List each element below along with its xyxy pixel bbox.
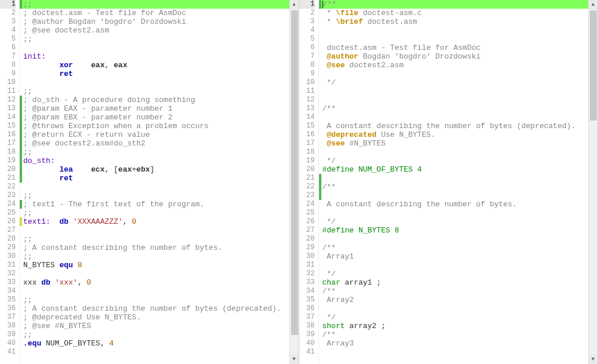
code-line[interactable]: ; @author Bogdan 'bogdro' Drozdowski <box>22 17 289 26</box>
code-line[interactable] <box>321 70 589 78</box>
right-code-area[interactable]: /** * \file doctest-asm.c * \brief docte… <box>321 0 589 364</box>
code-line[interactable]: char array1 ; <box>321 278 589 287</box>
scroll-down-icon[interactable]: ▼ <box>290 355 299 364</box>
code-line[interactable]: init: <box>22 52 289 61</box>
code-line[interactable]: ; @see doctest2.asm#do_sth2 <box>22 139 289 148</box>
code-line[interactable]: ; text1 - The first text of the program. <box>22 200 289 209</box>
code-line[interactable] <box>22 43 289 52</box>
code-line[interactable] <box>321 87 589 96</box>
code-line[interactable]: ; @param EAX - parameter number 1 <box>22 104 289 113</box>
code-line[interactable]: xxx db 'xxx', 0 <box>22 278 289 287</box>
code-line[interactable]: /** <box>321 287 589 296</box>
code-line[interactable]: ;; <box>22 87 289 96</box>
code-line[interactable]: N_BYTES equ 8 <box>22 261 289 270</box>
line-number: 38 <box>299 322 315 330</box>
scroll-down-icon[interactable]: ▼ <box>589 355 597 364</box>
code-line[interactable]: #define NUM_OF_BYTES 4 <box>321 165 589 174</box>
code-line[interactable]: ;; <box>22 330 289 339</box>
code-line[interactable]: @author Bogdan 'bogdro' Drozdowski <box>321 52 589 61</box>
code-line[interactable]: ; A constant describing the number of by… <box>22 304 289 313</box>
code-line[interactable]: @deprecated Use N_BYTES. <box>321 130 589 139</box>
code-line[interactable] <box>321 148 589 156</box>
code-line[interactable]: ; do_sth - A procedure doing something <box>22 96 289 104</box>
code-line[interactable] <box>321 304 589 313</box>
code-line[interactable] <box>321 35 589 43</box>
code-line[interactable] <box>22 348 289 356</box>
line-number: 6 <box>0 43 16 52</box>
code-token <box>73 165 91 174</box>
code-token: #define <box>322 226 354 235</box>
left-scroll-thumb[interactable] <box>291 10 298 335</box>
code-line[interactable] <box>321 261 589 270</box>
code-line[interactable]: ; @see doctest2.asm <box>22 26 289 35</box>
code-line[interactable] <box>22 78 289 87</box>
code-line[interactable]: ;; <box>22 235 289 243</box>
code-line[interactable]: /** <box>321 243 589 252</box>
code-line[interactable]: /** <box>321 0 589 9</box>
code-line[interactable]: */ <box>321 270 589 278</box>
code-line[interactable] <box>22 270 289 278</box>
code-line[interactable]: */ <box>321 78 589 87</box>
line-number: 1 <box>299 0 315 9</box>
code-line[interactable] <box>22 287 289 296</box>
code-line[interactable]: ; doctest.asm - Test file for AsmDoc <box>22 9 289 17</box>
code-line[interactable]: /** <box>321 104 589 113</box>
left-scrollbar[interactable]: ▲ ▼ <box>289 0 299 364</box>
scroll-up-icon[interactable]: ▲ <box>290 0 299 9</box>
code-line[interactable]: ;; <box>22 296 289 304</box>
code-line[interactable]: ret <box>22 70 289 78</box>
code-line[interactable]: ;; <box>22 191 289 200</box>
code-line[interactable]: * \brief doctest.asm <box>321 17 589 26</box>
code-line[interactable]: ;; <box>22 0 289 9</box>
code-line[interactable]: ; A constant describing the number of by… <box>22 243 289 252</box>
code-line[interactable] <box>321 96 589 104</box>
right-scrollbar[interactable]: ▲ ▼ <box>588 0 597 364</box>
code-line[interactable]: text1: db 'XXXAAAZZZ', 0 <box>22 217 289 226</box>
code-line[interactable] <box>321 26 589 35</box>
code-line[interactable]: /** <box>321 183 589 191</box>
code-line[interactable]: ; @throws Exception when a problem occur… <box>22 122 289 130</box>
code-line[interactable]: #define N_BYTES 8 <box>321 226 589 235</box>
code-line[interactable]: .equ NUM_OF_BYTES, 4 <box>22 339 289 348</box>
code-line[interactable]: ; @param EBX - parameter number 2 <box>22 113 289 122</box>
code-line[interactable]: ;; <box>22 252 289 261</box>
code-line[interactable] <box>321 348 589 356</box>
code-line[interactable]: ; @deprecated Use N_BYTES. <box>22 313 289 322</box>
left-code-area[interactable]: ;;; doctest.asm - Test file for AsmDoc; … <box>22 0 289 364</box>
code-token: Array3 <box>322 339 354 348</box>
code-line[interactable]: Array1 <box>321 252 589 261</box>
code-line[interactable]: ;; <box>22 148 289 156</box>
code-line[interactable]: ret <box>22 174 289 183</box>
code-line[interactable]: xor eax, eax <box>22 61 289 70</box>
code-line[interactable]: do_sth: <box>22 156 289 165</box>
code-line[interactable]: ; @see #N_BYTES <box>22 322 289 330</box>
code-line[interactable]: doctest.asm - Test file for AsmDoc <box>321 43 589 52</box>
code-line[interactable]: * \file doctest-asm.c <box>321 9 589 17</box>
code-line[interactable]: */ <box>321 217 589 226</box>
code-line[interactable]: /** <box>321 330 589 339</box>
code-line[interactable]: lea ecx, [eax+ebx] <box>22 165 289 174</box>
line-number: 37 <box>299 313 315 322</box>
code-line[interactable]: Array3 <box>321 339 589 348</box>
code-line[interactable] <box>22 183 289 191</box>
code-line[interactable]: */ <box>321 156 589 165</box>
right-scroll-thumb[interactable] <box>590 10 597 121</box>
code-line[interactable]: Array2 <box>321 296 589 304</box>
code-line[interactable]: A constant describing the number of byte… <box>321 122 589 130</box>
code-line[interactable] <box>321 209 589 217</box>
code-line[interactable]: ;; <box>22 35 289 43</box>
code-line[interactable]: A constant describing the number of byte… <box>321 200 589 209</box>
scroll-up-icon[interactable]: ▲ <box>589 0 597 9</box>
code-line[interactable]: ; @return ECX - return value <box>22 130 289 139</box>
code-line[interactable] <box>321 113 589 122</box>
code-line[interactable] <box>321 191 589 200</box>
code-line[interactable]: @see doctest2.asm <box>321 61 589 70</box>
code-line[interactable]: @see #N_BYTES <box>321 139 589 148</box>
code-line[interactable]: short array2 ; <box>321 322 589 330</box>
code-line[interactable] <box>321 235 589 243</box>
code-line[interactable] <box>22 226 289 235</box>
code-line[interactable]: ;; <box>22 209 289 217</box>
code-line[interactable]: */ <box>321 313 589 322</box>
code-line[interactable] <box>321 174 589 183</box>
code-token: .equ <box>23 339 41 348</box>
